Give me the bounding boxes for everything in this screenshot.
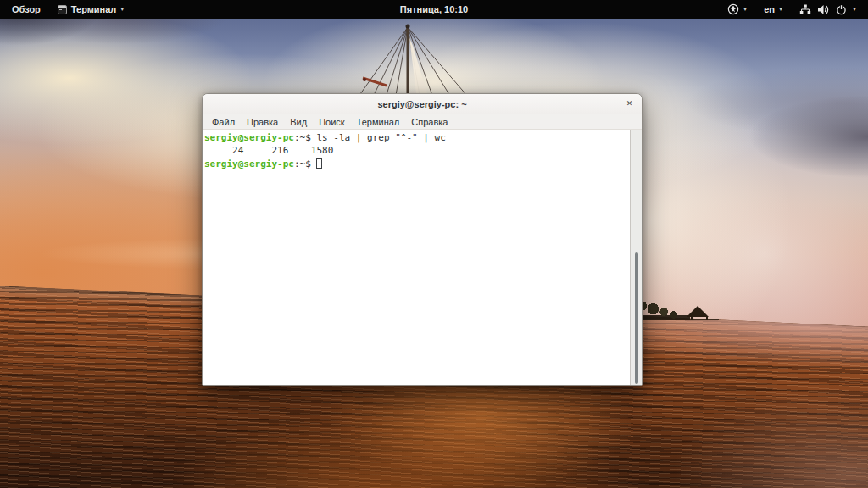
sailboat-mast-graphic <box>339 19 509 100</box>
window-titlebar[interactable]: sergiy@sergiy-pc: ~ ✕ <box>203 94 642 114</box>
menu-help[interactable]: Справка <box>405 116 453 128</box>
prompt-user: sergiy@sergiy-pc <box>204 132 294 143</box>
terminal-line-command: sergiy@sergiy-pc:~$ ls -la | grep "^-" |… <box>204 131 628 144</box>
terminal-window: sergiy@sergiy-pc: ~ ✕ Файл Правка Вид По… <box>202 93 643 386</box>
app-menu-button[interactable]: Терминал ▾ <box>51 0 131 19</box>
accessibility-icon <box>727 3 739 15</box>
close-button[interactable]: ✕ <box>622 97 637 111</box>
chevron-down-icon: ▾ <box>120 6 124 13</box>
chevron-down-icon: ▾ <box>779 6 782 13</box>
app-menu-label: Терминал <box>71 4 117 14</box>
command-text: ls -la | grep "^-" | wc <box>316 132 445 143</box>
terminal-app-icon <box>58 5 67 14</box>
menu-file[interactable]: Файл <box>206 116 241 128</box>
prompt-user: sergiy@sergiy-pc <box>204 158 294 169</box>
volume-icon <box>817 4 830 15</box>
accessibility-menu-button[interactable]: ▾ <box>721 0 754 19</box>
clock-button[interactable]: Пятница, 10:10 <box>393 0 475 19</box>
top-bar-right: ▾ en ▾ <box>721 0 863 19</box>
system-menu-button[interactable]: ▾ <box>793 0 863 19</box>
menu-terminal[interactable]: Терминал <box>351 116 406 128</box>
prompt-suffix: :~$ <box>294 158 317 169</box>
network-icon <box>799 4 811 14</box>
chevron-down-icon: ▾ <box>743 6 747 13</box>
terminal-line-prompt: sergiy@sergiy-pc:~$ <box>204 157 628 170</box>
activities-label: Обзор <box>12 4 41 14</box>
hut-posts-silhouette <box>691 317 708 320</box>
terminal-view[interactable]: sergiy@sergiy-pc:~$ ls -la | grep "^-" |… <box>203 130 642 385</box>
terminal-line-output: 24 216 1580 <box>204 144 628 157</box>
close-icon: ✕ <box>626 99 633 108</box>
top-bar: Обзор Терминал ▾ Пятница, 10:10 ▾ en ▾ <box>0 0 868 19</box>
keyboard-layout-label: en <box>764 4 775 14</box>
prompt-suffix: :~$ <box>294 132 317 143</box>
scrollbar-thumb[interactable] <box>635 252 638 384</box>
clock-label: Пятница, 10:10 <box>400 4 468 14</box>
chevron-down-icon: ▾ <box>853 6 856 13</box>
menu-view[interactable]: Вид <box>284 116 313 128</box>
window-title: sergiy@sergiy-pc: ~ <box>377 99 466 109</box>
activities-button[interactable]: Обзор <box>5 0 47 19</box>
menu-search[interactable]: Поиск <box>313 116 350 128</box>
menu-edit[interactable]: Правка <box>241 116 284 128</box>
terminal-cursor <box>316 158 322 169</box>
keyboard-layout-button[interactable]: en ▾ <box>757 0 789 19</box>
power-icon <box>836 4 847 15</box>
menu-bar: Файл Правка Вид Поиск Терминал Справка <box>203 114 642 130</box>
top-bar-left: Обзор Терминал ▾ <box>5 0 131 19</box>
terminal-scrollbar[interactable] <box>630 130 642 385</box>
